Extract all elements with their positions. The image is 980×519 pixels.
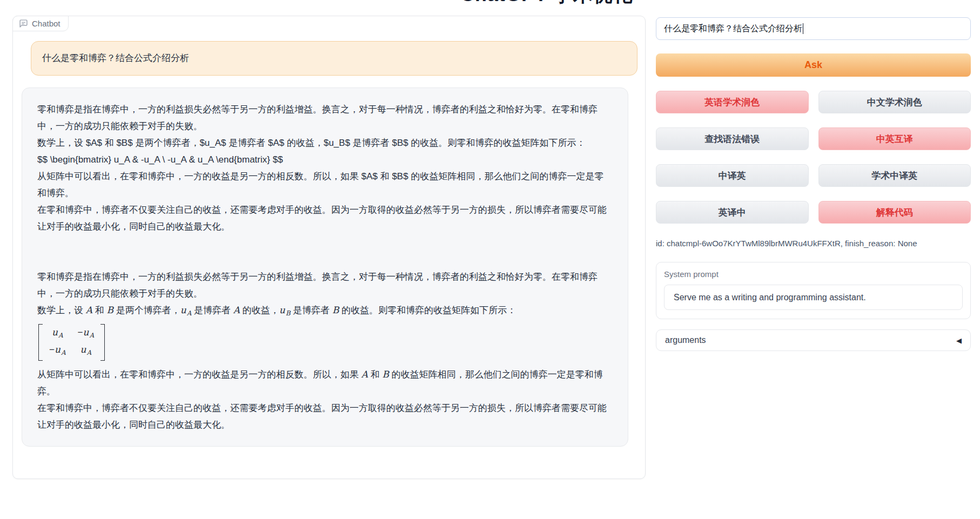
chatbot-label-text: Chatbot xyxy=(32,19,61,28)
bot-raw-paragraph: 零和博弈是指在博弈中，一方的利益损失必然等于另一方的利益增益。换言之，对于每一种… xyxy=(37,101,613,134)
bot-raw-paragraph: 数学上，设 $A$ 和 $B$ 是两个博弈者，$u_A$ 是博弈者 $A$ 的收… xyxy=(37,134,613,151)
math-var: u xyxy=(180,305,186,315)
bot-raw-latex-line: $$ \begin{bmatrix} u_A & -u_A \ -u_A & u… xyxy=(37,151,613,168)
matrix-cell: uA xyxy=(49,325,66,342)
bot-rendered-paragraph: 在零和博弈中，博弈者不仅要关注自己的收益，还需要考虑对手的收益。因为一方取得的收… xyxy=(37,400,613,433)
quick-button-explain-code[interactable]: 解释代码 xyxy=(818,201,971,224)
arguments-accordion-label: arguments xyxy=(665,335,706,345)
bot-rendered-paragraph: 从矩阵中可以看出，在零和博弈中，一方的收益是另一方的相反数。所以，如果 A 和 … xyxy=(37,366,613,400)
quick-button-zh-en-mutual-translate[interactable]: 中英互译 xyxy=(818,127,971,150)
completion-status-line: id: chatcmpl-6wOo7KrYTwMl89lbrMWRu4UkFFX… xyxy=(656,239,971,248)
quick-button-find-grammar-errors[interactable]: 查找语法错误 xyxy=(656,127,809,150)
quick-button-academic-zh-to-en[interactable]: 学术中译英 xyxy=(818,164,971,187)
ask-button[interactable]: Ask xyxy=(656,53,971,77)
quick-button-en-to-zh[interactable]: 英译中 xyxy=(656,201,809,224)
bot-raw-markdown-block: 零和博弈是指在博弈中，一方的利益损失必然等于另一方的利益增益。换言之，对于每一种… xyxy=(37,101,613,235)
matrix-cell: −uA xyxy=(78,325,95,342)
chatbot-label: Chatbot xyxy=(12,16,69,31)
math-var: B xyxy=(332,305,339,315)
chat-bubble-icon xyxy=(19,19,28,28)
payoff-matrix: uA −uA −uA uA xyxy=(38,324,105,361)
math-subscript: B xyxy=(286,309,291,317)
control-column: 什么是零和博弈？结合公式介绍分析 Ask 英语学术润色 中文学术润色 查找语法错… xyxy=(656,17,971,351)
chevron-left-icon: ◀ xyxy=(956,336,962,345)
bot-message-bubble: 零和博弈是指在博弈中，一方的利益损失必然等于另一方的利益增益。换言之，对于每一种… xyxy=(22,87,628,447)
system-prompt-input[interactable]: Serve me as a writing and programming as… xyxy=(664,285,963,310)
question-input[interactable]: 什么是零和博弈？结合公式介绍分析 xyxy=(656,17,971,40)
question-input-value: 什么是零和博弈？结合公式介绍分析 xyxy=(664,23,802,35)
matrix-right-bracket xyxy=(100,324,105,361)
bot-rendered-block: 零和博弈是指在博弈中，一方的利益损失必然等于另一方的利益增益。换言之，对于每一种… xyxy=(37,268,613,433)
matrix-left-bracket xyxy=(38,324,43,361)
bot-rendered-paragraph: 零和博弈是指在博弈中，一方的利益损失必然等于另一方的利益增益。换言之，对于每一种… xyxy=(37,268,613,302)
chatbot-panel: Chatbot 什么是零和博弈？结合公式介绍分析 零和博弈是指在博弈中，一方的利… xyxy=(12,16,646,479)
quick-actions-grid: 英语学术润色 中文学术润色 查找语法错误 中英互译 中译英 学术中译英 英译中 … xyxy=(656,91,971,224)
math-var: A xyxy=(361,369,368,380)
bot-rendered-math-line: 数学上，设 A 和 B 是两个博弈者，uA 是博弈者 A 的收益，uB 是博弈者… xyxy=(37,302,613,322)
page-title: ChatGPT 学术优化 xyxy=(460,0,633,8)
matrix-cell: uA xyxy=(78,342,95,360)
user-message-bubble: 什么是零和博弈？结合公式介绍分析 xyxy=(31,41,637,76)
quick-button-zh-to-en[interactable]: 中译英 xyxy=(656,164,809,187)
quick-button-english-academic-polish[interactable]: 英语学术润色 xyxy=(656,91,809,113)
matrix-cell: −uA xyxy=(49,342,66,360)
bot-raw-paragraph: 从矩阵中可以看出，在零和博弈中，一方的收益是另一方的相反数。所以，如果 $A$ … xyxy=(37,168,613,201)
math-var: B xyxy=(382,369,389,380)
system-prompt-label: System prompt xyxy=(664,269,963,279)
math-var: A xyxy=(86,305,92,315)
arguments-accordion[interactable]: arguments ◀ xyxy=(656,329,971,351)
math-var: A xyxy=(233,305,240,315)
system-prompt-value: Serve me as a writing and programming as… xyxy=(674,293,866,302)
math-var: u xyxy=(279,305,285,315)
system-prompt-card: System prompt Serve me as a writing and … xyxy=(656,262,971,319)
text-cursor xyxy=(803,23,803,34)
bot-raw-paragraph: 在零和博弈中，博弈者不仅要关注自己的收益，还需要考虑对手的收益。因为一方取得的收… xyxy=(37,201,613,235)
math-var: B xyxy=(106,305,113,315)
user-message-text: 什么是零和博弈？结合公式介绍分析 xyxy=(42,53,189,63)
quick-button-chinese-academic-polish[interactable]: 中文学术润色 xyxy=(818,91,971,113)
